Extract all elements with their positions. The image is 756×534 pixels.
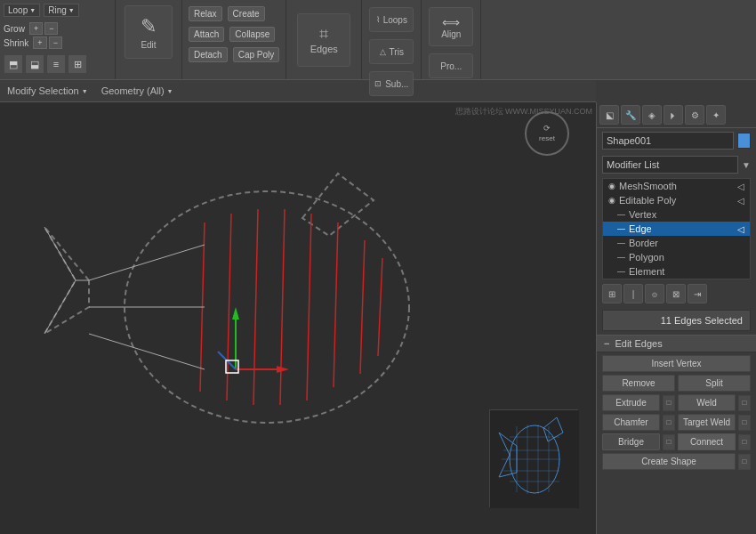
meshsmooth-icon: ◉ bbox=[608, 182, 615, 190]
shape-color-box[interactable] bbox=[737, 133, 751, 149]
create-shape-btn[interactable]: Create Shape bbox=[602, 453, 736, 470]
cap-poly-btn[interactable]: Cap Poly bbox=[233, 47, 280, 62]
editablepoly-icon: ◉ bbox=[608, 196, 615, 205]
editable-poly-arrow: ◁ bbox=[737, 196, 744, 206]
modifier-stack: ◉ MeshSmooth ◁ ◉ Editable Poly ◁ — Verte… bbox=[602, 178, 751, 279]
stack-border[interactable]: — Border bbox=[603, 236, 750, 250]
shape-name-row bbox=[597, 128, 756, 153]
target-weld-sq[interactable]: □ bbox=[738, 415, 751, 431]
detach-btn[interactable]: Detach bbox=[189, 47, 228, 62]
panel-icon-utilities[interactable]: ⚙ bbox=[685, 105, 704, 125]
loops-section: ⌇ Loops △ Tris ⊡ Sub... bbox=[362, 0, 422, 79]
insert-vertex-row: Insert Vertex bbox=[602, 355, 751, 372]
chamfer-targetweld-row: Chamfer □ Target Weld □ bbox=[602, 414, 751, 431]
extrude-weld-row: Extrude □ Weld □ bbox=[602, 394, 751, 411]
create-btn[interactable]: Create bbox=[228, 6, 265, 21]
grow-minus[interactable]: − bbox=[44, 22, 58, 35]
align-section: ⟺ Align Pro... bbox=[422, 0, 481, 79]
rotation-gizmo: ⟳reset bbox=[525, 111, 569, 156]
edit-section: ✎ Edit bbox=[116, 0, 182, 79]
shape-name-input[interactable] bbox=[602, 132, 734, 150]
edit-button[interactable]: ✎ Edit bbox=[125, 5, 173, 59]
geometry-all-item[interactable]: Geometry (All) bbox=[101, 85, 173, 96]
edit-edges-header: − Edit Edges bbox=[597, 335, 756, 352]
relax-section: Relax Create Attach Collapse Detach Cap … bbox=[182, 0, 286, 79]
align-btn[interactable]: ⟺ Align bbox=[429, 7, 473, 46]
panel-icon-extra[interactable]: ✦ bbox=[706, 105, 726, 125]
chamfer-sq[interactable]: □ bbox=[663, 415, 675, 431]
grid-btn-2[interactable]: ⬓ bbox=[25, 54, 44, 74]
modifier-list-arrow[interactable]: ▼ bbox=[742, 160, 751, 170]
weld-sq[interactable]: □ bbox=[738, 395, 751, 411]
panel-icon-display[interactable]: ⬕ bbox=[599, 105, 619, 125]
target-weld-btn[interactable]: Target Weld bbox=[678, 414, 736, 431]
meshsmooth-arrow: ◁ bbox=[737, 182, 744, 191]
panel-icon-modify[interactable]: 🔧 bbox=[621, 105, 640, 125]
bridge-sq[interactable]: □ bbox=[663, 434, 675, 450]
sub-toolbar: Modify Selection Geometry (All) bbox=[0, 80, 596, 102]
split-btn[interactable]: Split bbox=[678, 375, 751, 392]
tris-btn[interactable]: △ Tris bbox=[369, 39, 414, 64]
relax-btn[interactable]: Relax bbox=[189, 6, 222, 21]
border-dash: — bbox=[617, 239, 625, 247]
edge-arrow: ◁ bbox=[737, 224, 744, 234]
edit-icon: ✎ bbox=[141, 15, 157, 38]
stack-polygon[interactable]: — Polygon bbox=[603, 250, 750, 264]
edges-icon: ⌗ bbox=[319, 25, 328, 44]
tris-icon: △ bbox=[380, 47, 386, 56]
remove-btn[interactable]: Remove bbox=[602, 375, 675, 392]
stack-element[interactable]: — Element bbox=[603, 264, 750, 279]
sub-btn[interactable]: ⊡ Sub... bbox=[369, 71, 414, 96]
grow-plus[interactable]: + bbox=[29, 22, 43, 35]
stack-ctrl-4[interactable]: ⊠ bbox=[666, 284, 686, 303]
create-shape-row: Create Shape □ bbox=[602, 453, 751, 470]
modifier-list-input[interactable] bbox=[602, 156, 738, 174]
create-shape-sq[interactable]: □ bbox=[738, 454, 751, 470]
edit-edges-minus[interactable]: − bbox=[604, 338, 609, 349]
chamfer-btn[interactable]: Chamfer bbox=[602, 414, 660, 431]
main-toolbar: Loop Ring Grow + − Shrink + − ⬒ ⬓ ≡ ⊞ ✎ … bbox=[0, 0, 756, 80]
viewport[interactable]: ⟳reset 思路设计论坛 WWW.MISSYUAN.COM bbox=[0, 102, 596, 534]
stack-ctrl-2[interactable]: | bbox=[623, 284, 643, 303]
stack-editable-poly[interactable]: ◉ Editable Poly ◁ bbox=[603, 193, 750, 207]
viewport-content: ⟳reset 思路设计论坛 WWW.MISSYUAN.COM bbox=[0, 102, 596, 534]
grow-label: Grow bbox=[4, 24, 25, 34]
connect-sq[interactable]: □ bbox=[738, 434, 751, 450]
connect-btn[interactable]: Connect bbox=[678, 433, 736, 450]
shrink-plus[interactable]: + bbox=[33, 36, 46, 49]
attach-btn[interactable]: Attach bbox=[189, 27, 224, 42]
bridge-btn[interactable]: Bridge bbox=[602, 433, 660, 450]
weld-btn[interactable]: Weld bbox=[678, 394, 736, 411]
shrink-label: Shrink bbox=[4, 38, 28, 48]
extrude-sq[interactable]: □ bbox=[663, 395, 675, 411]
collapse-btn[interactable]: Collapse bbox=[229, 27, 275, 42]
extrude-btn[interactable]: Extrude bbox=[602, 394, 660, 411]
loop-dropdown[interactable]: Loop bbox=[4, 4, 40, 17]
panel-icon-hierarchy[interactable]: ◈ bbox=[642, 105, 662, 125]
edge-dash: — bbox=[617, 224, 625, 233]
grid-btn-1[interactable]: ⬒ bbox=[4, 54, 23, 74]
insert-vertex-btn[interactable]: Insert Vertex bbox=[602, 355, 751, 372]
watermark: 思路设计论坛 WWW.MISSYUAN.COM bbox=[455, 106, 593, 117]
stack-vertex[interactable]: — Vertex bbox=[603, 207, 750, 222]
stack-edge[interactable]: — Edge ◁ bbox=[603, 222, 750, 236]
mini-viewport bbox=[489, 409, 578, 507]
stack-ctrl-3[interactable]: ⌾ bbox=[645, 284, 664, 303]
sub-toolbar-inner: Modify Selection Geometry (All) bbox=[0, 80, 596, 102]
edges-button[interactable]: ⌗ Edges bbox=[297, 13, 350, 67]
stack-meshsmooth[interactable]: ◉ MeshSmooth ◁ bbox=[603, 179, 750, 193]
align-icon: ⟺ bbox=[442, 15, 460, 29]
shrink-minus[interactable]: − bbox=[49, 36, 62, 49]
grid-btn-3[interactable]: ≡ bbox=[46, 54, 66, 74]
stack-ctrl-5[interactable]: ⇥ bbox=[688, 284, 707, 303]
mini-viewport-svg bbox=[490, 410, 579, 508]
vertex-dash: — bbox=[617, 210, 625, 219]
grid-btn-4[interactable]: ⊞ bbox=[68, 54, 87, 74]
stack-ctrl-1[interactable]: ⊞ bbox=[602, 284, 622, 303]
loops-btn[interactable]: ⌇ Loops bbox=[369, 7, 414, 32]
pro-btn[interactable]: Pro... bbox=[429, 53, 473, 78]
ring-dropdown[interactable]: Ring bbox=[44, 4, 79, 17]
modify-selection-item[interactable]: Modify Selection bbox=[7, 85, 88, 96]
panel-icons-row: ⬕ 🔧 ◈ ⏵ ⚙ ✦ bbox=[597, 102, 756, 128]
panel-icon-motion[interactable]: ⏵ bbox=[664, 105, 683, 125]
